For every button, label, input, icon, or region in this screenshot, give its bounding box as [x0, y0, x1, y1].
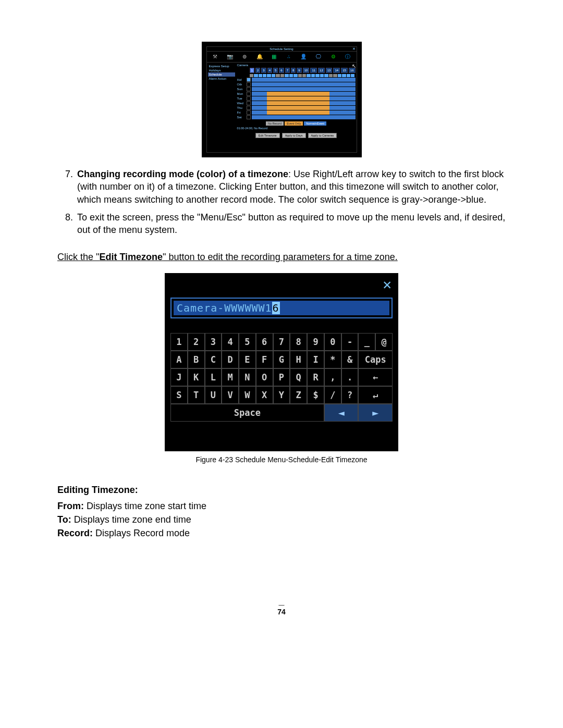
info-icon: ⓘ	[344, 53, 351, 60]
key: _	[358, 333, 375, 351]
schedule-icon: ▦	[271, 53, 278, 60]
camera-num: 15	[341, 68, 348, 73]
key-backspace: ←	[358, 368, 393, 386]
hours-bar	[250, 74, 356, 77]
key: I	[307, 351, 324, 368]
window-title: Schedule Setting	[270, 47, 293, 51]
network-icon: ⛬	[285, 53, 292, 60]
key: R	[307, 368, 324, 386]
key: V	[222, 386, 239, 404]
camera-num: 2	[255, 68, 260, 73]
key: X	[256, 386, 273, 404]
key: 4	[222, 333, 239, 351]
edit-timezone-button: Edit Timezone	[255, 133, 280, 138]
list-number: 8.	[57, 211, 77, 237]
figure-schedule-settings: Schedule Setting ✕ ⚒ 📷 ⊚ 🔔 ▦ ⛬ 👤 🖵 ⚙ ⓘ E…	[202, 42, 362, 157]
sidebar-item-express: Express Setup	[208, 64, 235, 68]
keyboard: 1 2 3 4 5 6 7 8 9 0 - _ @ A B C D E F	[170, 333, 393, 422]
day-label: Hol	[237, 78, 247, 81]
system-icon: ⚙	[329, 53, 337, 60]
key: O	[256, 368, 273, 386]
key: @	[375, 333, 393, 351]
key: 3	[205, 333, 222, 351]
key: 2	[188, 333, 205, 351]
camera-num: 5	[273, 68, 278, 73]
camera-num: 13	[326, 68, 333, 73]
toolbar: ⚒ 📷 ⊚ 🔔 ▦ ⛬ 👤 🖵 ⚙ ⓘ	[207, 52, 357, 63]
close-icon: ✕	[352, 47, 356, 51]
key: Q	[290, 368, 307, 386]
key: -	[341, 333, 359, 351]
camera-num: 3	[261, 68, 266, 73]
key-nav-right: ►	[358, 404, 393, 422]
key: K	[188, 368, 205, 386]
key: 1	[170, 333, 188, 351]
key: P	[273, 368, 290, 386]
close-icon: ✕	[383, 276, 391, 293]
legend-event-only: Event Only	[285, 121, 303, 126]
key: ,	[324, 368, 341, 386]
camera-num: 14	[333, 68, 340, 73]
camera-num: 11	[310, 68, 317, 73]
camera-icon: 📷	[226, 53, 234, 60]
to-line: To: Displays time zone end time	[57, 514, 506, 525]
camera-num: 10	[303, 68, 310, 73]
key: T	[188, 386, 205, 404]
day-label: Wed	[237, 102, 247, 105]
record-icon: ⊚	[241, 53, 248, 60]
camera-num: 6	[279, 68, 284, 73]
apply-cameras-button: Apply to Cameras	[308, 133, 337, 138]
key: 9	[307, 333, 324, 351]
sidebar-item-schedule: Schedule	[208, 72, 235, 77]
key: F	[256, 351, 273, 368]
key: &	[341, 351, 359, 368]
key: L	[205, 368, 222, 386]
key: 6	[256, 333, 273, 351]
key: D	[222, 351, 239, 368]
key: N	[239, 368, 256, 386]
page-footer: — 74	[57, 601, 506, 616]
key: W	[239, 386, 256, 404]
status-text: 01:00-24:00, No Record	[237, 127, 356, 130]
cursor-icon: ↖	[352, 63, 356, 69]
key: C	[205, 351, 222, 368]
key: *	[324, 351, 341, 368]
legend-normal-event: Normal+Event	[304, 121, 326, 126]
sidebar-item-alarm: Alarm Action	[208, 77, 235, 81]
display-icon: 🖵	[315, 53, 322, 60]
bell-icon: 🔔	[256, 53, 263, 60]
key: $	[307, 386, 324, 404]
list-item: 7. Changing recording mode (color) of a …	[57, 168, 506, 206]
camera-num: 4	[267, 68, 272, 73]
camera-num: 12	[318, 68, 325, 73]
figure-keyboard: ✕ Camera-WWWWWW16 1 2 3 4 5 6 7 8 9 0 - …	[165, 273, 398, 451]
camera-num: 8	[291, 68, 296, 73]
day-label: Tue	[237, 97, 247, 100]
camera-label: Camera	[237, 64, 249, 67]
wrench-icon: ⚒	[212, 53, 219, 60]
key: H	[290, 351, 307, 368]
instruction-list: 7. Changing recording mode (color) of a …	[57, 168, 506, 236]
key: 8	[290, 333, 307, 351]
apply-days-button: Apply to Days	[282, 133, 306, 138]
day-label: Thu	[237, 106, 247, 109]
key: Z	[290, 386, 307, 404]
key: S	[170, 386, 188, 404]
key: Y	[273, 386, 290, 404]
key: E	[239, 351, 256, 368]
legend-no-record: No Record	[266, 121, 284, 126]
key-caps: Caps	[358, 351, 393, 368]
key: .	[341, 368, 359, 386]
key: B	[188, 351, 205, 368]
key-space: Space	[170, 404, 324, 422]
section-heading: Editing Timezone:	[57, 485, 506, 496]
key: 0	[324, 333, 341, 351]
key: ?	[341, 386, 359, 404]
from-line: From: Displays time zone start time	[57, 501, 506, 512]
key: 5	[239, 333, 256, 351]
day-label: Sun	[237, 88, 247, 91]
list-body: To exit the screen, press the "Menu/Esc"…	[77, 211, 506, 237]
key: J	[170, 368, 188, 386]
key: M	[222, 368, 239, 386]
record-line: Record: Displays Record mode	[57, 528, 506, 539]
